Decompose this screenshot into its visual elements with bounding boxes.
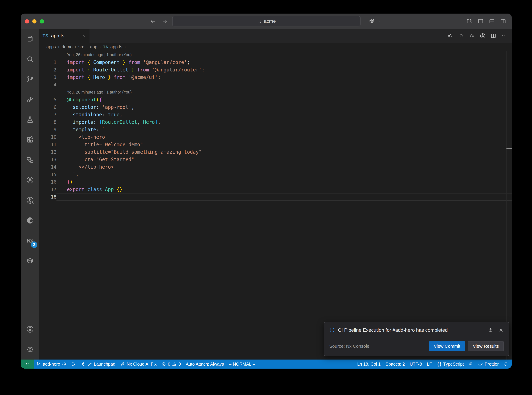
error-circle-icon <box>161 362 166 367</box>
breadcrumb-item-apps[interactable]: apps <box>46 44 56 49</box>
gitlens-next-change-icon[interactable] <box>469 33 475 39</box>
status-vim-mode[interactable]: -- NORMAL -- <box>226 360 258 368</box>
status-branch-sync[interactable]: add-hero <box>34 360 69 368</box>
search-icon <box>26 55 34 63</box>
source-control-icon <box>26 75 34 83</box>
toggle-secondary-sidebar-icon[interactable] <box>500 18 506 24</box>
gitlens-toggle-annotations-icon[interactable] <box>458 33 464 39</box>
notification-settings-icon[interactable] <box>488 328 493 333</box>
status-eol[interactable]: LF <box>425 360 434 368</box>
line-number: 17 <box>39 186 56 193</box>
blame-annotation[interactable]: You, 26 minutes ago | 1 author (You) <box>56 51 512 59</box>
status-indentation[interactable]: Spaces: 2 <box>383 360 407 368</box>
gitlens-previous-change-icon[interactable] <box>447 33 453 39</box>
customize-layout-icon[interactable] <box>466 18 473 24</box>
status-auto-attach[interactable]: Auto Attach: Always <box>183 360 226 368</box>
code-line-12: 12 subtitle="Build something amazing tod… <box>39 148 512 156</box>
gear-icon <box>26 346 34 353</box>
close-window-button[interactable] <box>25 19 29 23</box>
status-label: 0 <box>168 362 170 367</box>
command-center-search[interactable]: acme <box>172 16 360 27</box>
status-label: Prettier <box>484 362 499 367</box>
more-actions-icon[interactable] <box>501 33 507 39</box>
activity-item-nx-console[interactable]: 2 <box>21 230 39 251</box>
activity-item-extensions[interactable] <box>21 130 39 150</box>
breadcrumb-separator: › <box>86 44 88 49</box>
status-cursor-position[interactable]: Ln 18, Col 1 <box>355 360 383 368</box>
navigate-back-icon[interactable] <box>150 18 156 24</box>
line-number <box>39 51 56 59</box>
activity-item-search[interactable] <box>21 49 39 69</box>
copilot-menu[interactable] <box>368 17 381 25</box>
gitlens-commit-graph-icon[interactable] <box>480 33 486 39</box>
code-line-15: 15 `, <box>39 171 512 178</box>
breadcrumb-item-src[interactable]: src <box>78 44 84 49</box>
activity-item-gitlens[interactable] <box>21 170 39 190</box>
code-text: cta="Get Started" <box>56 156 512 163</box>
activity-item-containers[interactable] <box>21 251 39 271</box>
status-label: Spaces: 2 <box>386 362 405 367</box>
status-language-mode[interactable]: {}TypeScript <box>434 360 466 368</box>
view-results-button[interactable]: View Results <box>468 341 504 351</box>
code-line-5: 5@Component({ <box>39 96 512 104</box>
line-number: 5 <box>39 96 56 104</box>
cloud-upload-icon <box>62 362 67 367</box>
activity-item-source-control[interactable] <box>21 69 39 89</box>
toggle-panel-icon[interactable] <box>489 18 495 24</box>
line-number: 9 <box>39 126 56 133</box>
breadcrumb-overflow[interactable]: ... <box>128 44 132 49</box>
git-branch-icon <box>36 362 41 367</box>
status-problems[interactable]: 00 <box>159 360 183 368</box>
overview-ruler-marker <box>506 148 512 149</box>
activity-item-accounts[interactable] <box>21 319 39 339</box>
code-line-2: 2import { RouterOutlet } from '@angular/… <box>39 66 512 74</box>
status-gitlens-launchpad[interactable]: Launchpad <box>79 360 118 368</box>
editor-actions <box>447 29 512 43</box>
split-editor-icon[interactable] <box>490 33 496 39</box>
activity-item-references[interactable] <box>21 150 39 170</box>
blame-annotation[interactable]: You, 26 minutes ago | 1 author (You) <box>56 88 512 96</box>
breadcrumb-item-file[interactable]: app.ts <box>110 44 122 49</box>
status-encoding[interactable]: UTF-8 <box>407 360 425 368</box>
code-text: title="Welcmoe demo" <box>56 141 512 148</box>
status-copilot-status[interactable] <box>466 360 476 368</box>
breadcrumb-item-demo[interactable]: demo <box>62 44 73 49</box>
code-line-9: 9 template: ` <box>39 126 512 133</box>
activity-item-testing[interactable] <box>21 110 39 130</box>
status-remote-indicator[interactable] <box>21 360 34 368</box>
minimize-window-button[interactable] <box>32 19 37 23</box>
copilot-icon <box>469 362 473 367</box>
code-text: standalone: true, <box>56 111 512 118</box>
view-commit-button[interactable]: View Commit <box>429 341 465 351</box>
editor-group: TS app.ts apps›demo›src›app›TSapp.ts›...… <box>39 29 512 360</box>
activity-item-run-debug[interactable] <box>21 89 39 110</box>
chevron-down-icon <box>377 19 381 23</box>
activity-item-manage[interactable] <box>21 339 39 360</box>
status-nx-cloud-ai-fix[interactable]: Nx Cloud AI Fix <box>118 360 159 368</box>
code-editor[interactable]: You, 26 minutes ago | 1 author (You)1imp… <box>39 51 512 360</box>
typescript-file-icon: TS <box>103 45 108 49</box>
activity-bar: 2 <box>21 29 39 360</box>
code-line-8: 8 imports: [RouterOutlet, Hero], <box>39 118 512 126</box>
title-bar: acme <box>21 14 512 29</box>
status-notifications-bell[interactable] <box>501 360 511 368</box>
code-line-17: 17export class App {} <box>39 186 512 193</box>
status-git-graph[interactable] <box>69 360 79 368</box>
breadcrumb-item-app[interactable]: app <box>90 44 97 49</box>
gitlens-icon <box>26 176 34 184</box>
status-formatter-prettier[interactable]: Prettier <box>476 360 501 368</box>
toggle-primary-sidebar-icon[interactable] <box>478 18 484 24</box>
activity-item-edge-devtools[interactable] <box>21 210 39 230</box>
activity-item-gitlens-inspect[interactable] <box>21 190 39 210</box>
notification-close-icon[interactable] <box>499 328 504 333</box>
code-text: `, <box>56 171 512 178</box>
navigate-forward-icon[interactable] <box>162 18 168 24</box>
activity-item-explorer[interactable] <box>21 29 39 49</box>
zoom-window-button[interactable] <box>40 19 44 23</box>
close-tab-icon[interactable] <box>81 34 86 38</box>
line-number: 10 <box>39 133 56 141</box>
tab-app-ts[interactable]: TS app.ts <box>39 29 90 43</box>
overview-ruler[interactable] <box>506 51 512 360</box>
line-number: 7 <box>39 111 56 118</box>
line-number: 6 <box>39 104 56 111</box>
